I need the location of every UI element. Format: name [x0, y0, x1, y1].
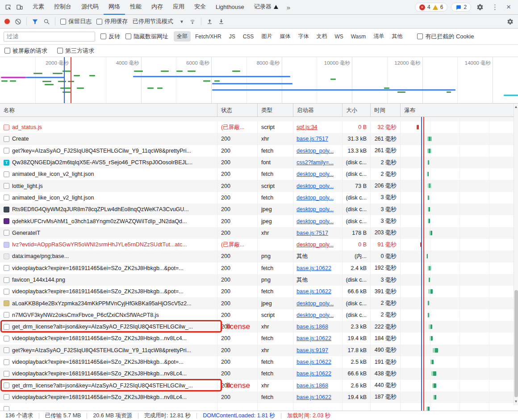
column-header-waterfall[interactable]: 瀑布: [401, 104, 518, 117]
initiator-link[interactable]: base.js:10622: [297, 265, 331, 271]
devtools-tab[interactable]: 记录器: [249, 0, 283, 15]
settings-gear-icon[interactable]: [475, 2, 485, 12]
initiator-link[interactable]: css2?family=...: [297, 159, 334, 166]
clear-network-log-icon[interactable]: [15, 18, 21, 25]
checkbox-box[interactable]: [96, 19, 102, 25]
hide-data-urls-checkbox[interactable]: 隐藏数据网址: [125, 33, 168, 41]
filter-pill[interactable]: 其他: [388, 31, 405, 42]
table-row[interactable]: favicon_144x144.png 200 png 其他 (disk c..…: [0, 274, 514, 286]
table-row[interactable]: get?key=AIzaSyAO_FJ2SIqU8Q4STEHLGCilw_Y9…: [0, 145, 514, 157]
scrollbar-thumb[interactable]: [514, 290, 518, 397]
initiator-link[interactable]: base.js:10622: [297, 335, 331, 341]
initiator-link[interactable]: base.js:10622: [297, 359, 331, 365]
table-row[interactable]: GenerateIT 200 xhr base.js:7517 178 B 20…: [0, 227, 514, 239]
filter-pill[interactable]: Wasm: [348, 32, 369, 41]
column-header-time[interactable]: 时间: [371, 104, 401, 117]
table-row[interactable]: videoplayback?expire=1681911465&ei=SZo_Z…: [0, 356, 514, 368]
initiator-link[interactable]: desktop_poly...: [297, 312, 334, 318]
column-header-type[interactable]: 类型: [258, 104, 293, 117]
scroll-down-arrow-icon[interactable]: ▼: [514, 398, 518, 405]
devtools-tab[interactable]: 元素: [28, 0, 49, 15]
table-row[interactable]: get_drm_license?alt=json&key=AIzaSyAO_FJ…: [0, 321, 514, 333]
filter-pill[interactable]: 清单: [370, 31, 387, 42]
more-options-kebab-icon[interactable]: ⋮: [490, 3, 500, 11]
table-row[interactable]: Rts9EDfIG4QiyWM2qJUR8m78cqZPLw4dhEo8nqQz…: [0, 204, 514, 215]
disable-cache-checkbox[interactable]: 停用缓存: [96, 17, 128, 25]
checkbox-box[interactable]: [4, 48, 10, 54]
initiator-link[interactable]: base.js:7517: [297, 136, 328, 142]
devtools-tab[interactable]: 内存: [146, 0, 168, 15]
close-devtools-icon[interactable]: ×: [504, 3, 514, 12]
table-row[interactable]: get_drm_license?alt=json&key=AIzaSyAO_FJ…: [0, 380, 514, 391]
initiator-link[interactable]: base.js:1868: [297, 383, 328, 389]
filter-pill[interactable]: Fetch/XHR: [192, 32, 225, 41]
filter-pill[interactable]: 全部: [174, 31, 191, 42]
devtools-tab[interactable]: 控制台: [49, 0, 76, 15]
filter-pill[interactable]: JS: [226, 32, 238, 41]
devtools-tab[interactable]: 安全: [189, 0, 211, 15]
table-row[interactable]: videoplayback?expire=1681911465&ei=SZo_Z…: [0, 262, 514, 274]
initiator-link[interactable]: desktop_poly...: [297, 206, 334, 212]
filter-pill[interactable]: 字体: [295, 31, 312, 42]
network-overview-timeline[interactable]: 2000 毫秒4000 毫秒6000 毫秒8000 毫秒10000 毫秒1200…: [0, 57, 518, 104]
filter-pill[interactable]: CSS: [240, 32, 257, 41]
initiator-link[interactable]: desktop_poly...: [297, 171, 334, 177]
checkbox-box[interactable]: [125, 33, 131, 39]
table-row[interactable]: n7MGVF3kyNWz2oksCmxFbvce_P6cfZxiCNxSfWAc…: [0, 309, 514, 321]
devtools-tab[interactable]: Lighthouse: [211, 0, 249, 15]
network-settings-gear-icon[interactable]: [507, 18, 514, 25]
initiator-link[interactable]: desktop_poly...: [297, 183, 334, 189]
filter-input[interactable]: [4, 32, 95, 42]
column-header-initiator[interactable]: 启动器: [293, 104, 343, 117]
initiator-link[interactable]: desktop_poly...: [297, 241, 334, 248]
table-row[interactable]: animated_like_icon_v2_light.json 200 fet…: [0, 168, 514, 180]
checkbox-box[interactable]: [57, 48, 63, 54]
devtools-tab[interactable]: 性能: [125, 0, 146, 15]
initiator-link[interactable]: desktop_poly...: [297, 195, 334, 201]
checkbox-box[interactable]: [100, 33, 106, 39]
column-header-name[interactable]: 名称: [0, 104, 217, 117]
checkbox-box[interactable]: [60, 19, 66, 25]
table-row[interactable]: aLoaKKB8p4e2BxYzpmka234mKkPPMVnCyjHfGkBK…: [0, 297, 514, 309]
devtools-tab[interactable]: 源代码: [76, 0, 104, 15]
initiator-link[interactable]: desktop_poly...: [297, 218, 334, 225]
record-network-log-button[interactable]: [4, 19, 10, 24]
checkbox-box[interactable]: [417, 33, 423, 39]
console-errors-badge[interactable]: × 4 6: [415, 3, 447, 12]
table-row[interactable]: lvz?evtid=AOppRaSGwYR5oWNI2srmHhJYLe5rnD…: [0, 239, 514, 250]
table-row[interactable]: ad_status.js (已屏蔽... script spf.js:34 0 …: [0, 121, 514, 133]
table-row[interactable]: data:image/png;base... 200 png 其他 (内... …: [0, 250, 514, 262]
export-har-icon[interactable]: [218, 18, 225, 25]
table-row[interactable]: get?key=AIzaSyAO_FJ2SIqU8Q4STEHLGCilw_Y9…: [0, 345, 514, 356]
invert-filter-checkbox[interactable]: 反转: [100, 33, 120, 41]
table-row[interactable]: Create 200 xhr base.js:7517 31.3 kB 261 …: [0, 133, 514, 145]
table-row-partial[interactable]: [0, 403, 514, 411]
table-row[interactable]: videoplayback?expire=1681911465&ei=SZo_Z…: [0, 286, 514, 297]
vertical-scrollbar[interactable]: ▲ ▼: [514, 104, 518, 405]
initiator-link[interactable]: base.js:7517: [297, 230, 328, 236]
issues-badge[interactable]: 2: [451, 3, 471, 12]
third-party-requests-checkbox[interactable]: 第三方请求: [57, 47, 94, 55]
scrollbar-track[interactable]: [514, 111, 518, 398]
initiator-link[interactable]: desktop_poly...: [297, 148, 334, 154]
initiator-link[interactable]: base.js:10622: [297, 394, 331, 400]
filter-pill[interactable]: 图片: [258, 31, 275, 42]
table-row[interactable]: animated_like_icon_v2_light.json 200 fet…: [0, 192, 514, 204]
table-row[interactable]: T Qw38ZQNGEDjaO2m6tqIqX5E-AVS5_rSejo46_P…: [0, 157, 514, 168]
table-row[interactable]: videoplayback?expire=1681911465&ei=SZo_Z…: [0, 333, 514, 344]
blocked-cookies-checkbox[interactable]: 有已拦截的 Cookie: [417, 33, 474, 41]
network-conditions-icon[interactable]: [189, 18, 196, 25]
inspect-element-icon[interactable]: [3, 2, 13, 12]
device-toolbar-icon[interactable]: [14, 2, 25, 12]
initiator-link[interactable]: base.js:9197: [297, 347, 328, 353]
preserve-log-checkbox[interactable]: 保留日志: [60, 17, 92, 25]
initiator-link[interactable]: spf.js:34: [297, 124, 317, 130]
import-har-icon[interactable]: [206, 18, 213, 25]
scroll-up-arrow-icon[interactable]: ▲: [514, 104, 518, 111]
filter-pill[interactable]: 媒体: [276, 31, 293, 42]
filter-pill[interactable]: WS: [331, 32, 346, 41]
initiator-link[interactable]: base.js:1868: [297, 324, 328, 330]
initiator-link[interactable]: base.js:10622: [297, 288, 331, 295]
more-tabs-chevron[interactable]: »: [283, 4, 294, 11]
devtools-tab[interactable]: 应用: [168, 0, 189, 15]
